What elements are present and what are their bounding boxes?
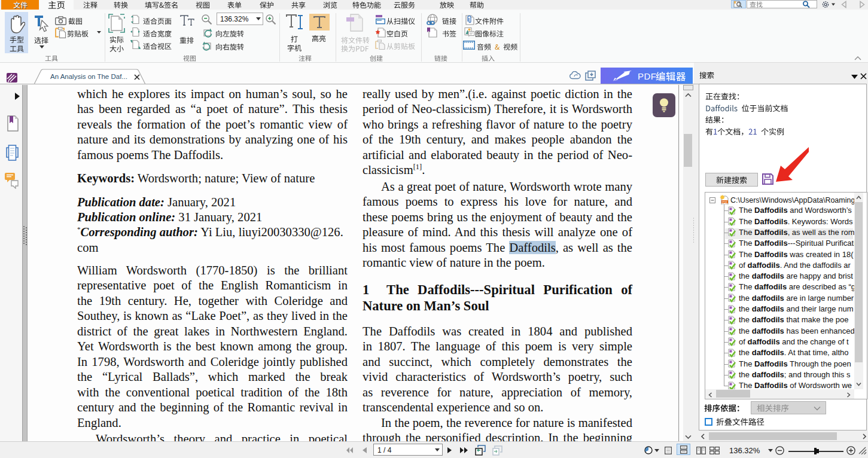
svg-text:PDF: PDF bbox=[722, 201, 727, 204]
